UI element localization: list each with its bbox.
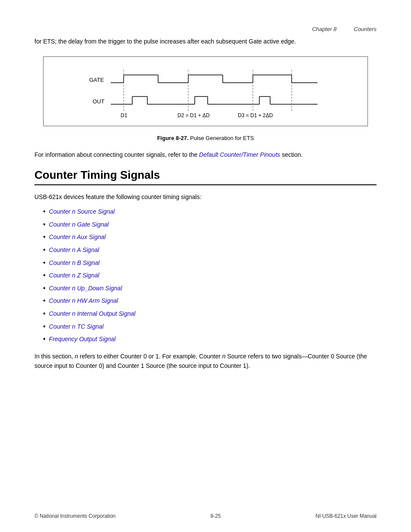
list-item: Counter n Aux Signal xyxy=(43,231,377,243)
counter-aux-signal-link[interactable]: Counter n Aux Signal xyxy=(49,232,106,242)
intro-paragraph: for ETS; the delay from the trigger to t… xyxy=(34,37,377,46)
page: Chapter 8 Counters for ETS; the delay fr… xyxy=(0,0,411,532)
note-text-content: In this section, n refers to either Coun… xyxy=(34,353,367,369)
gate-label: GATE xyxy=(89,77,104,83)
figure-caption: Figure 8-27. Pulse Generation for ETS xyxy=(34,135,377,141)
timing-diagram-svg: GATE OUT xyxy=(85,65,326,121)
counter-tc-signal-link[interactable]: Counter n TC Signal xyxy=(49,322,104,331)
list-item: Counter n Up_Down Signal xyxy=(43,283,377,294)
counter-source-signal-link[interactable]: Counter n Source Signal xyxy=(49,207,115,216)
counter-a-signal-link[interactable]: Counter n A Signal xyxy=(49,245,99,255)
counter-internal-output-signal-link[interactable]: Counter n Internal Output Signal xyxy=(49,309,136,318)
footer-right: NI USB-621x User Manual xyxy=(316,513,377,519)
frequency-output-signal-link[interactable]: Frequency Output Signal xyxy=(49,334,116,344)
chapter-label: Chapter 8 xyxy=(312,26,336,32)
ref-before: For information about connecting counter… xyxy=(34,151,199,158)
list-item: Counter n A Signal xyxy=(43,244,377,255)
ref-after: section. xyxy=(280,151,302,158)
counter-z-signal-link[interactable]: Counter n Z Signal xyxy=(49,271,100,280)
list-item: Counter n HW Arm Signal xyxy=(43,295,377,306)
section-title: Counter Timing Signals xyxy=(34,168,377,185)
page-footer: © National Instruments Corporation 8-25 … xyxy=(0,513,411,519)
d3-label: D3 = D1 + 2ΔD xyxy=(238,112,273,118)
d2-label: D2 = D1 + ΔD xyxy=(177,112,210,118)
list-item: Frequency Output Signal xyxy=(43,333,377,345)
out-label: OUT xyxy=(93,98,105,105)
section-intro: USB-621x devices feature the following c… xyxy=(34,192,377,202)
header-text: Chapter 8 Counters xyxy=(312,26,377,32)
page-header: Chapter 8 Counters xyxy=(0,0,411,37)
counter-pinouts-link[interactable]: Default Counter/Timer Pinouts xyxy=(199,151,280,158)
figure-caption-text: Pulse Generation for ETS xyxy=(189,135,254,141)
list-item: Counter n B Signal xyxy=(43,257,377,268)
ref-paragraph: For information about connecting counter… xyxy=(34,150,377,159)
timing-diagram: GATE OUT xyxy=(43,56,368,126)
d1-label: D1 xyxy=(121,112,128,118)
bullet-list: Counter n Source Signal Counter n Gate S… xyxy=(43,206,377,345)
footer-center: 8-25 xyxy=(210,513,221,519)
note-paragraph: In this section, n refers to either Coun… xyxy=(34,352,377,371)
figure-caption-bold: Figure 8-27. xyxy=(157,135,189,141)
section-label: Counters xyxy=(354,26,377,32)
list-item: Counter n Source Signal xyxy=(43,206,377,217)
counter-b-signal-link[interactable]: Counter n B Signal xyxy=(49,258,100,268)
list-item: Counter n Z Signal xyxy=(43,270,377,281)
counter-updown-signal-link[interactable]: Counter n Up_Down Signal xyxy=(49,283,122,293)
footer-left: © National Instruments Corporation xyxy=(34,513,115,519)
list-item: Counter n Gate Signal xyxy=(43,219,377,230)
list-item: Counter n TC Signal xyxy=(43,321,377,332)
counter-gate-signal-link[interactable]: Counter n Gate Signal xyxy=(49,220,109,229)
main-content: for ETS; the delay from the trigger to t… xyxy=(0,37,411,370)
list-item: Counter n Internal Output Signal xyxy=(43,308,377,319)
counter-hw-arm-signal-link[interactable]: Counter n HW Arm Signal xyxy=(49,296,118,305)
